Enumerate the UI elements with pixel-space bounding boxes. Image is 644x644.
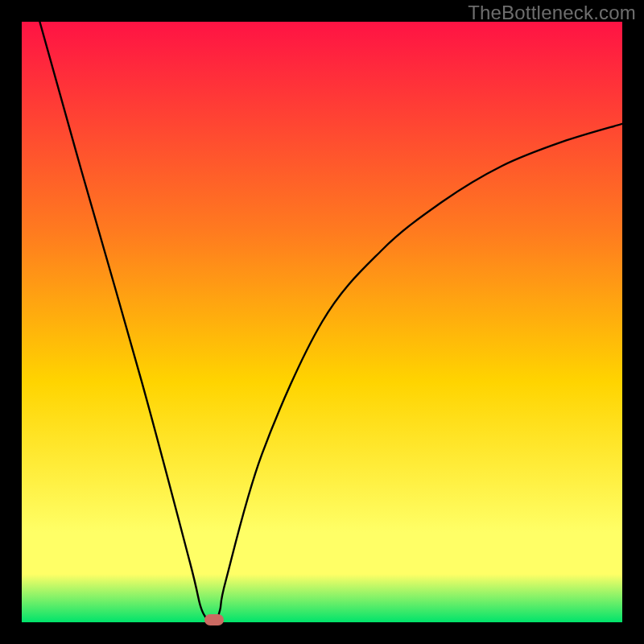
optimum-marker xyxy=(204,614,224,625)
watermark-text: TheBottleneck.com xyxy=(468,2,636,24)
chart-frame: TheBottleneck.com xyxy=(0,0,644,644)
plot-svg xyxy=(22,22,622,622)
plot-area xyxy=(22,22,622,622)
